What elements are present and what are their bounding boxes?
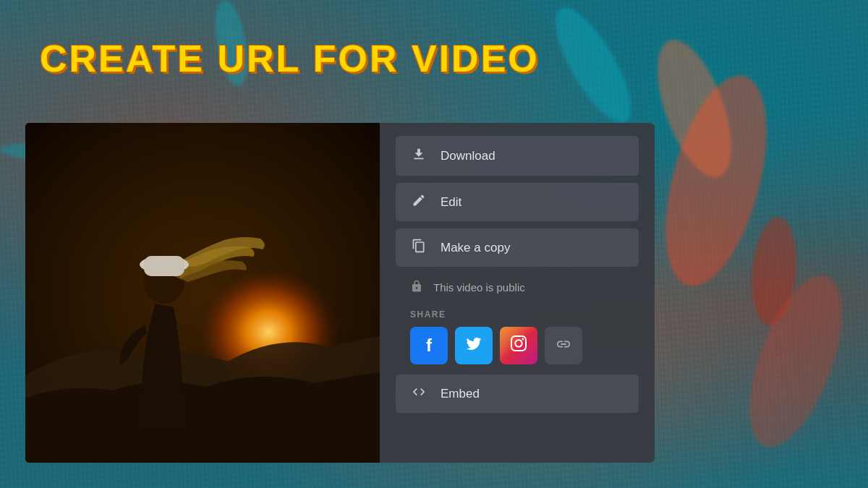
actions-panel: Download Edit Make a copy [380,123,655,463]
share-label: SHARE [410,309,624,320]
download-icon [410,146,427,166]
share-icons-row: f [410,327,624,364]
instagram-share-button[interactable] [500,327,537,364]
edit-button[interactable]: Edit [396,183,639,221]
copy-link-button[interactable] [545,327,582,364]
edit-icon [410,193,427,211]
facebook-icon: f [426,335,432,356]
download-button[interactable]: Download [396,136,639,176]
video-silhouette [25,123,380,463]
video-thumbnail [25,123,380,463]
make-copy-button[interactable]: Make a copy [396,228,639,267]
facebook-share-button[interactable]: f [410,327,448,364]
main-card: Download Edit Make a copy [25,123,655,463]
edit-label: Edit [441,195,461,210]
make-copy-label: Make a copy [441,241,510,255]
twitter-icon [465,335,482,356]
share-section: SHARE f [396,308,639,367]
link-icon [556,336,571,356]
twitter-share-button[interactable] [455,327,493,364]
copy-icon [410,239,427,257]
lock-icon [410,280,423,295]
download-label: Download [441,149,495,163]
video-panel [25,123,380,463]
page-title: CREATE URL FOR VIDEO [40,40,540,77]
instagram-icon [511,335,527,356]
visibility-row: This video is public [396,274,639,301]
embed-icon [410,385,427,403]
visibility-text: This video is public [433,281,525,294]
embed-label: Embed [441,387,480,401]
embed-button[interactable]: Embed [396,374,639,413]
svg-rect-5 [144,256,184,276]
